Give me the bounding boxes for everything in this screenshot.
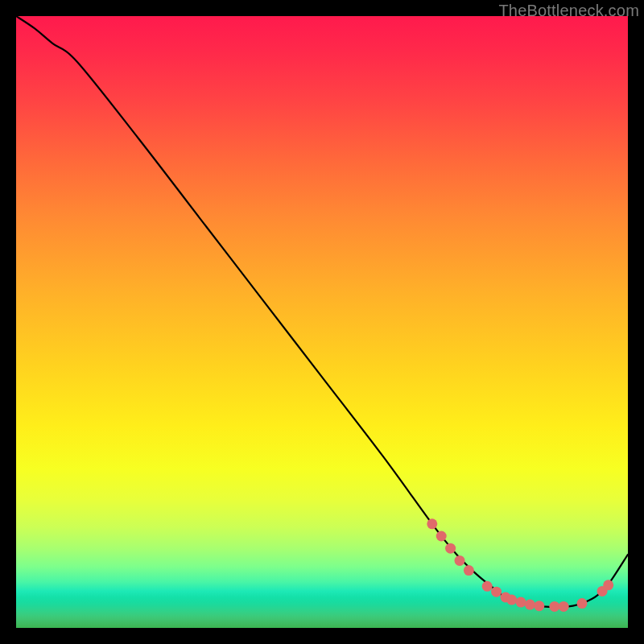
plot-area [16, 16, 628, 628]
data-marker [525, 600, 535, 610]
curve-svg [16, 16, 628, 628]
data-marker [482, 581, 493, 592]
data-marker [577, 598, 588, 609]
data-marker [427, 518, 437, 529]
data-marker [559, 601, 569, 612]
data-marker [436, 531, 447, 542]
data-marker [491, 587, 502, 597]
bottleneck-curve [16, 16, 628, 607]
data-marker [445, 543, 456, 554]
chart-stage: TheBottleneck.com [0, 0, 644, 644]
data-marker [506, 595, 517, 605]
data-marker [516, 597, 526, 608]
data-marker [455, 555, 465, 566]
data-marker [603, 580, 613, 590]
data-markers [427, 518, 613, 612]
data-marker [549, 601, 559, 612]
data-marker [534, 601, 544, 611]
data-marker [464, 565, 474, 576]
